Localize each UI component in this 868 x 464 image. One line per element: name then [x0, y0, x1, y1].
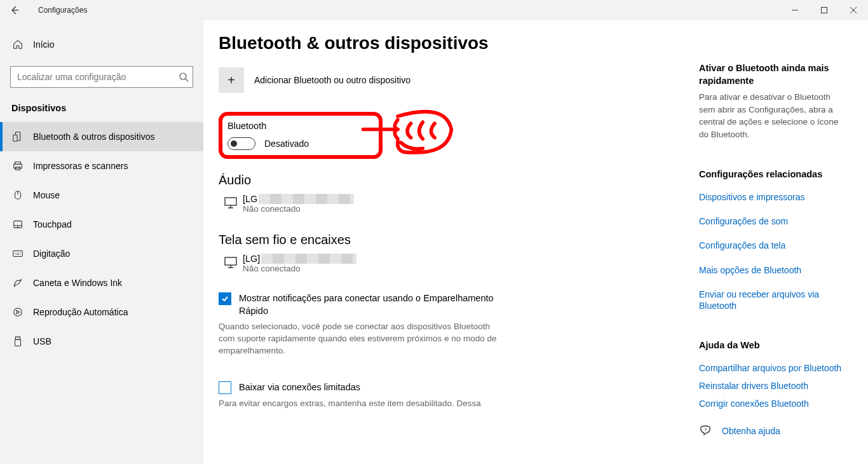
svg-point-10 [14, 308, 22, 317]
page-title: Bluetooth & outros dispositivos [219, 33, 699, 53]
monitor-icon [219, 254, 243, 273]
pen-icon [11, 277, 24, 289]
sidebar-item-label: Touchpad [33, 219, 72, 229]
sidebar-item-label: Mouse [33, 190, 60, 200]
bluetooth-toggle-status: Desativado [264, 139, 309, 149]
quickpair-description: Quando selecionado, você pode se conecta… [219, 321, 498, 357]
sidebar-item-label: Caneta e Windows Ink [33, 278, 122, 288]
svg-rect-13 [225, 198, 236, 205]
sidebar-nav: Bluetooth & outros dispositivos Impresso… [0, 122, 203, 356]
sidebar-item-label: Reprodução Automática [33, 307, 128, 317]
svg-rect-14 [225, 257, 236, 265]
sidebar-item-label: USB [33, 336, 51, 346]
printer-icon [11, 160, 24, 172]
svg-text:?: ? [704, 427, 707, 433]
monitor-icon [219, 194, 243, 214]
sidebar-item-label: Digitação [33, 249, 70, 259]
get-help-button[interactable]: ? Obtenha ajuda [699, 425, 849, 437]
svg-rect-11 [15, 337, 20, 340]
svg-rect-4 [15, 162, 21, 165]
sidebar-item-bluetooth[interactable]: Bluetooth & outros dispositivos [0, 122, 203, 151]
add-device-button[interactable]: + Adicionar Bluetooth ou outro dispositi… [219, 67, 699, 93]
limited-checkbox[interactable] [219, 381, 231, 394]
help-icon: ? [699, 425, 712, 437]
wireless-device-item[interactable]: [LG] Não conectado [219, 254, 473, 273]
get-help-label[interactable]: Obtenha ajuda [722, 425, 780, 437]
limited-description: Para evitar encargos extras, mantenha es… [219, 398, 498, 410]
wireless-device-name: [LG] [243, 254, 260, 264]
audio-device-name: [LG [243, 194, 257, 204]
main-content: Bluetooth & outros dispositivos + Adicio… [203, 20, 699, 464]
autoplay-icon [11, 306, 24, 318]
svg-rect-9 [13, 251, 22, 257]
sidebar-heading: Dispositivos [0, 88, 203, 119]
svg-rect-5 [14, 164, 22, 168]
sidebar-item-pen[interactable]: Caneta e Windows Ink [0, 268, 203, 297]
wireless-device-status: Não conectado [243, 264, 473, 273]
home-label: Início [33, 39, 54, 50]
search-input[interactable] [17, 72, 179, 82]
redacted-text [261, 254, 356, 264]
bluetooth-label: Bluetooth [227, 121, 309, 131]
usb-icon [11, 336, 24, 347]
back-button[interactable] [0, 0, 29, 20]
sidebar-item-autoplay[interactable]: Reprodução Automática [0, 297, 203, 327]
sidebar-item-usb[interactable]: USB [0, 327, 203, 356]
close-button[interactable] [839, 0, 868, 20]
svg-point-1 [180, 73, 186, 79]
audio-device-status: Não conectado [243, 204, 473, 214]
svg-rect-0 [822, 8, 827, 13]
link-more-bluetooth[interactable]: Mais opções de Bluetooth [699, 264, 849, 276]
mouse-icon [11, 189, 24, 201]
close-icon [850, 6, 857, 14]
search-icon [179, 72, 189, 82]
search-box[interactable] [10, 66, 193, 88]
plus-icon: + [219, 67, 244, 93]
audio-heading: Áudio [219, 173, 699, 188]
add-device-label: Adicionar Bluetooth ou outro dispositivo [254, 75, 410, 85]
quickpair-label: Mostrar notificações para conectar usand… [239, 292, 498, 317]
sidebar-item-label: Bluetooth & outros dispositivos [33, 132, 154, 142]
minimize-button[interactable] [780, 0, 810, 20]
link-share-files-bluetooth[interactable]: Compartilhar arquivos por Bluetooth [699, 362, 849, 374]
limited-label: Baixar via conexões limitadas [239, 381, 360, 394]
link-reinstall-drivers[interactable]: Reinstalar drivers Bluetooth [699, 380, 849, 392]
arrow-left-icon [10, 5, 20, 15]
maximize-button[interactable] [810, 0, 839, 20]
touchpad-icon [11, 219, 24, 230]
sidebar-item-touchpad[interactable]: Touchpad [0, 210, 203, 239]
link-fix-connections[interactable]: Corrigir conexões Bluetooth [699, 398, 849, 409]
bluetooth-section-annotated: Bluetooth Desativado [219, 112, 383, 159]
bluetooth-toggle[interactable] [227, 137, 255, 150]
svg-rect-12 [15, 339, 21, 346]
related-heading: Configurações relacionadas [699, 168, 849, 181]
quick-tip-title: Ativar o Bluetooth ainda mais rapidament… [699, 62, 849, 87]
help-heading: Ajuda da Web [699, 339, 849, 352]
sidebar: Início Dispositivos Bluetooth & outros d… [0, 20, 203, 464]
sidebar-item-mouse[interactable]: Mouse [0, 181, 203, 210]
home-button[interactable]: Início [0, 32, 203, 57]
wireless-heading: Tela sem fio e encaixes [219, 233, 699, 247]
link-display-settings[interactable]: Configurações da tela [699, 240, 849, 251]
home-icon [11, 39, 24, 50]
keyboard-icon [11, 248, 24, 259]
redacted-text [259, 194, 354, 204]
window-title: Configurações [29, 6, 87, 15]
maximize-icon [820, 6, 828, 14]
link-sound-settings[interactable]: Configurações de som [699, 215, 849, 227]
annotation-pointing-hand-icon [356, 106, 458, 163]
minimize-icon [791, 6, 799, 14]
audio-device-item[interactable]: [LG Não conectado [219, 194, 473, 214]
sidebar-item-label: Impressoras e scanners [33, 161, 128, 171]
link-send-receive-bluetooth[interactable]: Enviar ou receber arquivos via Bluetooth [699, 289, 849, 311]
check-icon [220, 294, 229, 303]
right-pane: Ativar o Bluetooth ainda mais rapidament… [699, 20, 868, 464]
quickpair-checkbox[interactable] [219, 292, 231, 305]
link-devices-printers[interactable]: Dispositivos e impressoras [699, 191, 849, 203]
sidebar-item-typing[interactable]: Digitação [0, 239, 203, 268]
titlebar: Configurações [0, 0, 868, 20]
device-icon [11, 131, 24, 142]
sidebar-item-printers[interactable]: Impressoras e scanners [0, 151, 203, 181]
quick-tip-text: Para ativar e desativar o Bluetooth sem … [699, 91, 849, 140]
svg-rect-3 [13, 135, 17, 141]
